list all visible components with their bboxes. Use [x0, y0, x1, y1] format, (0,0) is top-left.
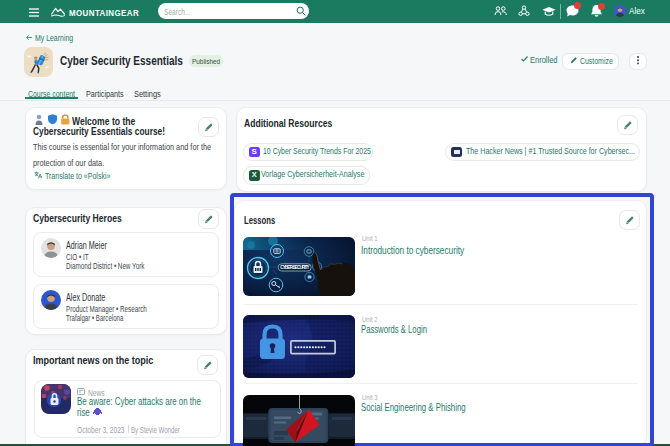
svg-text:CYBER-SECURITY: CYBER-SECURITY [280, 265, 310, 270]
